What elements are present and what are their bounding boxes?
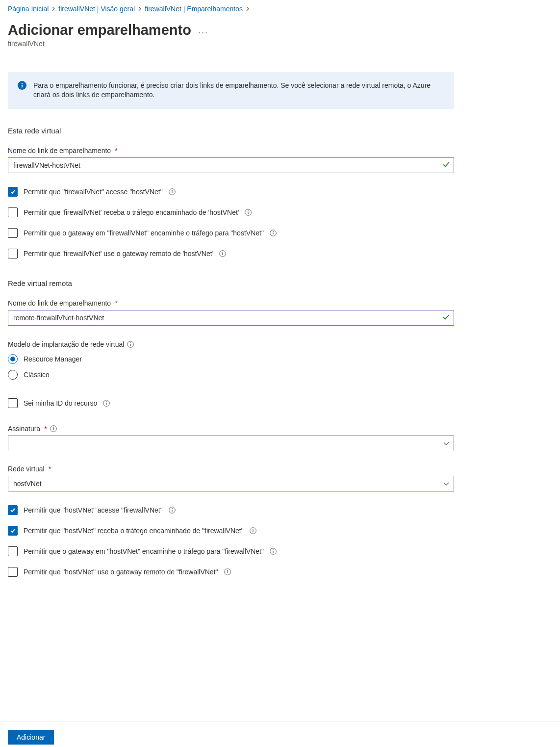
- subscription-label: Assinatura*: [8, 425, 454, 433]
- svg-point-17: [130, 342, 131, 343]
- this-allow-access-checkbox[interactable]: [8, 187, 18, 197]
- this-vnet-heading: Esta rede virtual: [8, 127, 454, 135]
- deployment-model-label: Modelo de implantação de rede virtual: [8, 340, 454, 348]
- this-link-name-label: Nome do link de emparelhamento*: [8, 147, 454, 155]
- know-resource-id-label: Sei minha ID do recurso: [24, 399, 97, 407]
- page-title: Adicionar emparelhamento: [8, 22, 191, 39]
- info-icon[interactable]: [270, 548, 277, 555]
- this-use-remote-gateway-checkbox[interactable]: [8, 249, 18, 258]
- svg-rect-7: [248, 212, 249, 214]
- breadcrumb: Página Inicial firewallVNet | Visão gera…: [8, 3, 552, 17]
- svg-rect-10: [273, 232, 273, 234]
- info-icon[interactable]: [50, 425, 57, 432]
- remote-use-remote-gateway-checkbox[interactable]: [8, 567, 18, 577]
- this-gateway-forward-checkbox[interactable]: [8, 228, 18, 238]
- more-menu-button[interactable]: ···: [198, 23, 208, 38]
- page-subtitle: firewallVNet: [8, 40, 552, 48]
- subscription-select[interactable]: [8, 436, 454, 451]
- info-banner: Para o emparelhamento funcionar, é preci…: [8, 72, 454, 109]
- svg-point-32: [273, 549, 274, 550]
- this-gateway-forward-row: Permitir que o gateway em "firewallVNet"…: [8, 228, 454, 238]
- remote-gateway-forward-row: Permitir que o gateway em "hostVNet" enc…: [8, 546, 454, 556]
- this-allow-forwarded-label: Permitir que 'firewallVNet' receba o trá…: [24, 208, 239, 216]
- svg-point-29: [253, 529, 254, 530]
- this-use-remote-gateway-row: Permitir que 'firewallVNet' use o gatewa…: [8, 249, 454, 258]
- remote-allow-access-label: Permitir que "hostVNet" acesse "firewall…: [24, 506, 163, 514]
- svg-rect-4: [172, 191, 172, 193]
- remote-link-name-input[interactable]: [8, 310, 454, 326]
- remote-vnet-value: hostVNet: [13, 480, 42, 488]
- deployment-model-rm-row: Resource Manager: [8, 354, 454, 364]
- remote-vnet-heading: Rede virtual remota: [8, 279, 454, 287]
- chevron-right-icon: [246, 6, 250, 11]
- this-gateway-forward-label: Permitir que o gateway em "firewallVNet"…: [24, 229, 264, 237]
- breadcrumb-peerings[interactable]: firewallVNet | Emparelhamentos: [145, 5, 243, 13]
- remote-vnet-label: Rede virtual*: [8, 465, 454, 473]
- info-icon[interactable]: [224, 568, 231, 575]
- this-allow-access-label: Permitir que "firewallVNet" acesse "host…: [24, 188, 163, 196]
- deployment-model-classic-radio[interactable]: [8, 370, 18, 380]
- info-icon[interactable]: [270, 230, 277, 236]
- info-icon[interactable]: [103, 400, 110, 407]
- svg-point-2: [22, 83, 23, 84]
- deployment-model-rm-radio[interactable]: [8, 354, 18, 364]
- breadcrumb-home[interactable]: Página Inicial: [8, 5, 49, 13]
- svg-rect-13: [223, 253, 223, 255]
- remote-allow-access-row: Permitir que "hostVNet" acesse "firewall…: [8, 505, 454, 515]
- svg-rect-1: [22, 84, 23, 87]
- info-icon[interactable]: [169, 507, 176, 514]
- remote-link-name-label: Nome do link de emparelhamento*: [8, 299, 454, 307]
- remote-use-remote-gateway-row: Permitir que "hostVNet" use o gateway re…: [8, 567, 454, 577]
- svg-point-5: [172, 190, 173, 191]
- svg-rect-22: [53, 428, 53, 430]
- info-icon[interactable]: [169, 188, 176, 195]
- footer-separator: [0, 721, 560, 721]
- info-icon[interactable]: [245, 209, 252, 216]
- svg-point-14: [222, 252, 223, 253]
- svg-point-20: [106, 401, 107, 402]
- info-icon[interactable]: [219, 250, 226, 257]
- svg-point-11: [273, 231, 274, 232]
- this-allow-access-row: Permitir que "firewallVNet" acesse "host…: [8, 187, 454, 197]
- deployment-model-rm-label: Resource Manager: [24, 355, 82, 363]
- svg-point-35: [227, 570, 228, 571]
- breadcrumb-overview[interactable]: firewallVNet | Visão geral: [58, 5, 135, 13]
- remote-gateway-forward-checkbox[interactable]: [8, 546, 18, 556]
- remote-use-remote-gateway-label: Permitir que "hostVNet" use o gateway re…: [24, 568, 218, 576]
- info-icon[interactable]: [250, 527, 256, 534]
- remote-vnet-select[interactable]: hostVNet: [8, 476, 454, 491]
- svg-rect-19: [106, 403, 106, 405]
- deployment-model-classic-row: Clássico: [8, 370, 454, 380]
- info-icon: [18, 81, 26, 91]
- svg-rect-25: [172, 510, 172, 512]
- chevron-right-icon: [51, 6, 55, 11]
- svg-rect-16: [130, 344, 131, 346]
- chevron-right-icon: [138, 6, 142, 11]
- add-button[interactable]: Adicionar: [8, 730, 54, 745]
- svg-rect-28: [253, 530, 253, 532]
- svg-point-8: [248, 210, 249, 211]
- remote-gateway-forward-label: Permitir que o gateway em "hostVNet" enc…: [24, 547, 264, 555]
- info-icon[interactable]: [127, 341, 134, 348]
- info-banner-text: Para o emparelhamento funcionar, é preci…: [33, 81, 444, 100]
- remote-allow-forwarded-label: Permitir que "hostVNet" receba o tráfego…: [24, 527, 244, 535]
- this-allow-forwarded-row: Permitir que 'firewallVNet' receba o trá…: [8, 207, 454, 217]
- this-use-remote-gateway-label: Permitir que 'firewallVNet' use o gatewa…: [24, 250, 213, 258]
- svg-rect-34: [227, 571, 228, 573]
- this-allow-forwarded-checkbox[interactable]: [8, 207, 18, 217]
- svg-point-23: [53, 427, 54, 428]
- remote-allow-forwarded-checkbox[interactable]: [8, 526, 18, 536]
- svg-point-26: [172, 508, 173, 509]
- know-resource-id-checkbox[interactable]: [8, 398, 18, 408]
- this-link-name-input[interactable]: [8, 157, 454, 173]
- remote-allow-forwarded-row: Permitir que "hostVNet" receba o tráfego…: [8, 526, 454, 536]
- svg-rect-31: [273, 551, 273, 553]
- deployment-model-classic-label: Clássico: [24, 371, 50, 379]
- remote-allow-access-checkbox[interactable]: [8, 505, 18, 515]
- know-resource-id-row: Sei minha ID do recurso: [8, 398, 454, 408]
